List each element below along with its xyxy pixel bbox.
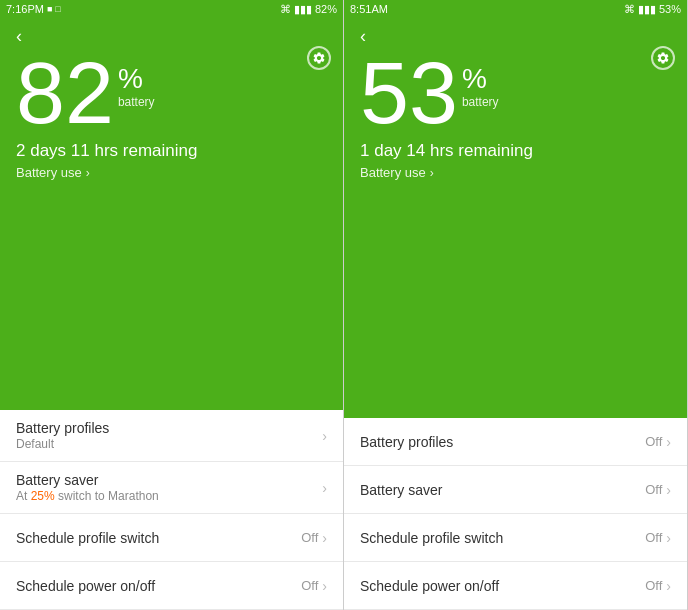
chevron-right-icon: ›: [322, 480, 327, 496]
settings-gear-left[interactable]: [307, 46, 331, 70]
chevron-right-icon: ›: [666, 482, 671, 498]
sim1-icon: ■: [47, 4, 52, 14]
battery-screen-left: ‹ 82 % battery 2 days 11 hrs remaining B…: [0, 18, 343, 410]
menu-item-battery-profiles-right[interactable]: Battery profiles Off ›: [344, 418, 687, 466]
chevron-right-icon: ›: [666, 434, 671, 450]
status-label: Off: [645, 482, 662, 497]
battery-screen-right: ‹ 53 % battery 1 day 14 hrs remaining Ba…: [344, 18, 687, 418]
battery-label-left: battery: [118, 95, 155, 109]
menu-subtitle-saver: At 25% switch to Marathon: [16, 489, 322, 503]
menu-title: Battery saver: [360, 482, 645, 498]
menu-title: Battery saver: [16, 472, 322, 488]
time-left: 7:16PM: [6, 3, 44, 15]
status-label: Off: [301, 530, 318, 545]
right-panel: 8:51AM ⌘ ▮▮▮ 53% ‹ 53 % battery 1 day 14…: [344, 0, 688, 610]
menu-item-battery-profiles-left[interactable]: Battery profiles Default ›: [0, 410, 343, 462]
percent-sign-right: %: [462, 63, 499, 95]
chevron-right-icon: ›: [322, 578, 327, 594]
percent-sign-left: %: [118, 63, 155, 95]
status-label: Off: [645, 530, 662, 545]
status-label: Off: [645, 578, 662, 593]
settings-gear-right[interactable]: [651, 46, 675, 70]
menu-title: Schedule profile switch: [16, 530, 301, 546]
menu-item-battery-saver-right[interactable]: Battery saver Off ›: [344, 466, 687, 514]
wifi-icon-right: ⌘: [624, 3, 635, 16]
chevron-right-icon: ›: [322, 428, 327, 444]
battery-percent-right: 53%: [659, 3, 681, 15]
menu-item-battery-saver-left[interactable]: Battery saver At 25% switch to Marathon …: [0, 462, 343, 514]
menu-title: Schedule power on/off: [16, 578, 301, 594]
battery-number-right: 53: [360, 49, 458, 137]
battery-percent-left: 82%: [315, 3, 337, 15]
menu-item-schedule-profile-right[interactable]: Schedule profile switch Off ›: [344, 514, 687, 562]
menu-item-schedule-power-left[interactable]: Schedule power on/off Off ›: [0, 562, 343, 610]
battery-number-left: 82: [16, 49, 114, 137]
battery-label-right: battery: [462, 95, 499, 109]
menu-title: Battery profiles: [360, 434, 645, 450]
left-panel: 7:16PM ■ □ ⌘ ▮▮▮ 82% ‹ 82 % battery 2 da…: [0, 0, 344, 610]
chevron-right-icon: ›: [666, 530, 671, 546]
wifi-icon-left: ⌘: [280, 3, 291, 16]
battery-use-link-right[interactable]: Battery use ›: [360, 165, 671, 180]
menu-item-schedule-power-right[interactable]: Schedule power on/off Off ›: [344, 562, 687, 610]
menu-title: Battery profiles: [16, 420, 322, 436]
menu-list-left: Battery profiles Default › Battery saver…: [0, 410, 343, 610]
status-bar-right: 8:51AM ⌘ ▮▮▮ 53%: [344, 0, 687, 18]
signal-icon-left: ▮▮▮: [294, 3, 312, 16]
chevron-right-icon: ›: [322, 530, 327, 546]
menu-title: Schedule profile switch: [360, 530, 645, 546]
signal-icon-right: ▮▮▮: [638, 3, 656, 16]
time-right: 8:51AM: [350, 3, 388, 15]
sim2-icon: □: [55, 4, 60, 14]
menu-item-schedule-profile-left[interactable]: Schedule profile switch Off ›: [0, 514, 343, 562]
battery-remaining-left: 2 days 11 hrs remaining: [16, 141, 327, 161]
chevron-right-icon: ›: [666, 578, 671, 594]
status-label: Off: [301, 578, 318, 593]
menu-list-right: Battery profiles Off › Battery saver Off…: [344, 418, 687, 610]
status-bar-left: 7:16PM ■ □ ⌘ ▮▮▮ 82%: [0, 0, 343, 18]
battery-remaining-right: 1 day 14 hrs remaining: [360, 141, 671, 161]
menu-subtitle: Default: [16, 437, 322, 451]
status-label: Off: [645, 434, 662, 449]
battery-use-link-left[interactable]: Battery use ›: [16, 165, 327, 180]
menu-title: Schedule power on/off: [360, 578, 645, 594]
